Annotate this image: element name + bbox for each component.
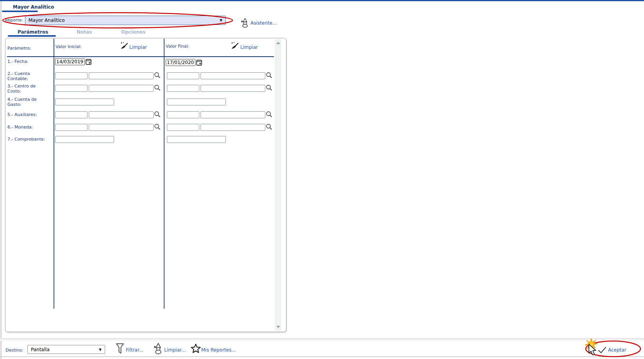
initial-column-header: Valor Inicial:: [55, 44, 82, 49]
comprobante-initial-input[interactable]: [55, 136, 114, 143]
row-label-cuenta-gasto: 4.- Cuenta de Gasto:: [7, 97, 50, 107]
wizard-icon: [153, 343, 163, 354]
centro-costo-initial-code[interactable]: [55, 85, 88, 92]
report-parameters-window: Mayor Analítico Reporte: Mayor Analítico…: [0, 0, 644, 359]
clear-footer-link[interactable]: Limpiar...: [164, 347, 186, 353]
row-label-cuenta-contable: 2.- Cuenta Contable:: [7, 71, 50, 81]
filter-link[interactable]: Filtrar...: [126, 347, 143, 353]
moneda-initial-code[interactable]: [55, 124, 88, 131]
tab-parametros-underline: [8, 35, 56, 37]
window-left-edge-line: [0, 1, 0, 359]
param-column-header: Parámetro:: [7, 46, 31, 51]
cuenta-contable-initial-code[interactable]: [55, 72, 88, 79]
centro-costo-initial-desc[interactable]: [89, 85, 154, 92]
cuenta-contable-final-code[interactable]: [167, 72, 199, 79]
tab-notas[interactable]: Notas: [77, 29, 92, 35]
cuenta-contable-final-desc[interactable]: [200, 72, 265, 79]
page-title-tab-underline: [2, 11, 38, 12]
calendar-icon[interactable]: [196, 59, 202, 66]
row-label-moneda: 6.- Moneda:: [7, 125, 50, 130]
moneda-final-code[interactable]: [167, 124, 199, 131]
cuenta-gasto-initial-input[interactable]: [55, 98, 114, 105]
report-select[interactable]: Mayor Analítico ▼: [25, 16, 226, 25]
footer-bottom-line: [0, 356, 644, 357]
final-column-header: Valor Final:: [166, 44, 189, 49]
wizard-icon: [240, 18, 249, 28]
destination-select[interactable]: Pantalla ▼: [27, 345, 105, 354]
mouse-cursor-icon: [588, 344, 598, 357]
cuenta-gasto-final-input[interactable]: [167, 98, 226, 105]
row-label-comprobante: 7.- Comprobante:: [7, 137, 50, 142]
clear-initial-link[interactable]: Limpiar: [129, 45, 147, 50]
cuenta-contable-initial-desc[interactable]: [89, 72, 154, 79]
tab-parametros[interactable]: Parámetros: [18, 29, 48, 35]
page-title-tab[interactable]: Mayor Analítico: [13, 4, 54, 10]
magnifier-icon[interactable]: [154, 111, 161, 118]
fecha-final-input[interactable]: [166, 59, 195, 66]
magnifier-icon[interactable]: [266, 111, 272, 118]
magnifier-icon[interactable]: [154, 123, 161, 130]
window-top-accent-line: [0, 0, 644, 1]
tab-opciones[interactable]: Opciones: [121, 29, 145, 35]
parameters-panel: [5, 38, 286, 332]
magnifier-icon[interactable]: [154, 84, 161, 91]
report-select-value: Mayor Analítico: [29, 18, 65, 23]
row-label-auxiliares: 5.- Auxiliares:: [7, 112, 50, 117]
row-label-centro-costo: 3.- Centro de Costo:: [7, 84, 50, 94]
moneda-final-desc[interactable]: [200, 124, 265, 131]
auxiliares-initial-code[interactable]: [55, 111, 88, 118]
scroll-down-arrow-icon[interactable]: [276, 326, 280, 328]
window-left-edge-line-inner: [1, 1, 2, 359]
centro-costo-final-code[interactable]: [167, 85, 199, 92]
caret-down-icon: ▼: [99, 348, 102, 352]
scroll-up-arrow-icon[interactable]: [276, 42, 280, 44]
star-icon: [191, 343, 201, 354]
auxiliares-final-code[interactable]: [167, 111, 199, 118]
auxiliares-final-desc[interactable]: [200, 111, 265, 118]
check-icon: [598, 346, 606, 354]
row-label-fecha: 1.- Fecha:: [7, 59, 50, 64]
magnifier-icon[interactable]: [266, 72, 272, 79]
broom-icon[interactable]: [230, 42, 240, 51]
destination-label: Destino:: [5, 348, 23, 353]
broom-icon[interactable]: [120, 42, 129, 51]
assistant-link[interactable]: Asistente...: [250, 20, 277, 26]
destination-select-value: Pantalla: [31, 347, 50, 352]
my-reports-link[interactable]: Mis Reportes...: [201, 347, 236, 353]
grid-header-underline: [7, 56, 274, 57]
auxiliares-initial-desc[interactable]: [89, 111, 154, 118]
report-label: Reporte:: [5, 18, 23, 23]
comprobante-final-input[interactable]: [167, 136, 226, 143]
grid-divider-2: [164, 39, 165, 309]
footer-divider-strip: [0, 338, 644, 341]
panel-scrollbar[interactable]: [275, 39, 281, 331]
caret-down-icon: ▼: [220, 18, 222, 22]
grid-divider-1: [54, 39, 54, 309]
centro-costo-final-desc[interactable]: [200, 85, 265, 92]
magnifier-icon[interactable]: [266, 84, 272, 91]
funnel-icon: [116, 343, 124, 355]
magnifier-icon[interactable]: [154, 72, 161, 79]
fecha-initial-input[interactable]: [55, 58, 85, 65]
clear-final-link[interactable]: Limpiar: [240, 45, 258, 50]
calendar-icon[interactable]: [86, 59, 91, 65]
magnifier-icon[interactable]: [266, 123, 272, 130]
moneda-initial-desc[interactable]: [89, 124, 154, 131]
accept-button[interactable]: Aceptar: [608, 347, 626, 353]
